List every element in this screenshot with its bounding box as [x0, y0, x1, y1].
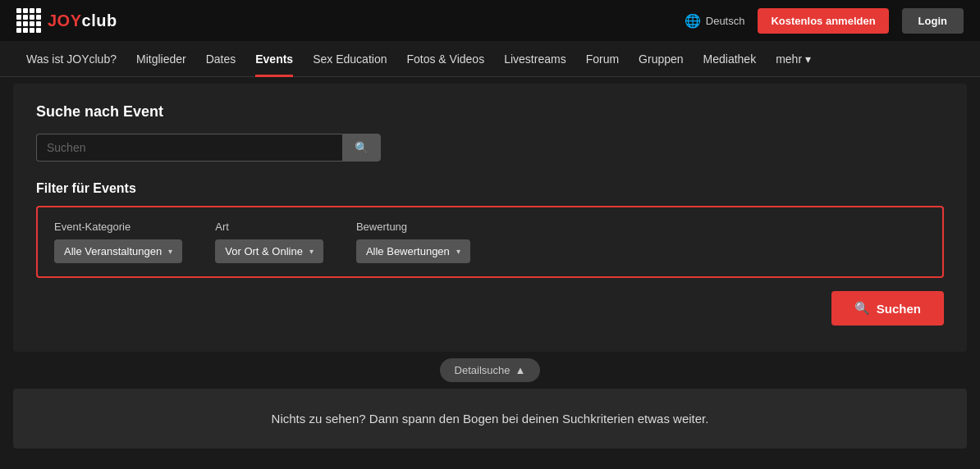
nav-item-livestreams[interactable]: Livestreams	[494, 41, 575, 77]
top-navigation: JOYclub 🌐 Deutsch Kostenlos anmelden Log…	[0, 0, 980, 41]
no-results-message: Nichts zu sehen? Dann spann den Bogen be…	[13, 389, 967, 449]
filter-label-art: Art	[215, 221, 323, 233]
detailsuche-row: Detailsuche ▲	[0, 358, 980, 382]
search-input[interactable]	[36, 134, 342, 162]
chevron-up-icon: ▲	[515, 364, 526, 376]
logo-grid-icon	[16, 8, 41, 33]
nav-item-mehr[interactable]: mehr ▾	[766, 41, 821, 77]
search-icon: 🔍	[355, 141, 369, 154]
globe-icon: 🌐	[685, 13, 701, 29]
no-results-text: Nichts zu sehen? Dann spann den Bogen be…	[272, 412, 709, 426]
logo-suffix: club	[82, 11, 117, 30]
nav-item-events[interactable]: Events	[245, 41, 303, 77]
filter-dropdown-kategorie[interactable]: Alle Veranstaltungen ▾	[54, 239, 182, 263]
logo-text: JOYclub	[48, 11, 117, 30]
filter-dropdown-bewertung[interactable]: Alle Bewertungen ▾	[356, 239, 470, 263]
filter-group-art: Art Vor Ort & Online ▾	[215, 221, 323, 263]
search-bar: 🔍	[36, 134, 381, 162]
suchen-label: Suchen	[877, 302, 921, 316]
filter-dropdown-art[interactable]: Vor Ort & Online ▾	[215, 239, 323, 263]
nav-item-mediathek[interactable]: Mediathek	[694, 41, 767, 77]
filter-label-kategorie: Event-Kategorie	[54, 221, 182, 233]
language-label: Deutsch	[706, 15, 745, 27]
logo-accent: JOY	[48, 11, 82, 30]
suchen-row: 🔍 Suchen	[36, 291, 944, 326]
logo-area[interactable]: JOYclub	[16, 8, 117, 33]
filter-group-kategorie: Event-Kategorie Alle Veranstaltungen ▾	[54, 221, 182, 263]
search-title: Suche nach Event	[36, 103, 944, 121]
main-content: Suche nach Event 🔍 Filter für Events Eve…	[13, 84, 967, 352]
mehr-label: mehr ▾	[776, 52, 811, 66]
detailsuche-label: Detailsuche	[455, 364, 511, 376]
chevron-down-icon: ▾	[805, 52, 811, 66]
filter-value-bewertung: Alle Bewertungen	[366, 245, 450, 257]
filter-group-bewertung: Bewertung Alle Bewertungen ▾	[356, 221, 470, 263]
nav-item-fotos-videos[interactable]: Fotos & Videos	[396, 41, 494, 77]
detailsuche-button[interactable]: Detailsuche ▲	[440, 358, 541, 382]
nav-item-was-ist[interactable]: Was ist JOYclub?	[16, 41, 126, 77]
nav-item-forum[interactable]: Forum	[576, 41, 629, 77]
chevron-down-icon: ▾	[168, 247, 172, 256]
nav-item-mitglieder[interactable]: Mitglieder	[126, 41, 196, 77]
nav-item-dates[interactable]: Dates	[196, 41, 246, 77]
filter-title: Filter für Events	[36, 181, 944, 196]
chevron-down-icon: ▾	[309, 247, 314, 256]
nav-item-gruppen[interactable]: Gruppen	[629, 41, 693, 77]
filter-label-bewertung: Bewertung	[356, 221, 470, 233]
filter-box: Event-Kategorie Alle Veranstaltungen ▾ A…	[36, 206, 944, 278]
language-selector[interactable]: 🌐 Deutsch	[685, 13, 745, 29]
filter-value-art: Vor Ort & Online	[225, 245, 303, 257]
suchen-button[interactable]: 🔍 Suchen	[831, 291, 944, 326]
main-navigation: Was ist JOYclub? Mitglieder Dates Events…	[0, 41, 980, 77]
search-submit-button[interactable]: 🔍	[342, 134, 381, 162]
search-icon: 🔍	[854, 301, 870, 316]
chevron-down-icon: ▾	[456, 247, 460, 256]
login-button[interactable]: Login	[902, 8, 964, 34]
nav-item-sex-education[interactable]: Sex Education	[303, 41, 396, 77]
filter-value-kategorie: Alle Veranstaltungen	[64, 245, 162, 257]
register-button[interactable]: Kostenlos anmelden	[758, 8, 888, 34]
